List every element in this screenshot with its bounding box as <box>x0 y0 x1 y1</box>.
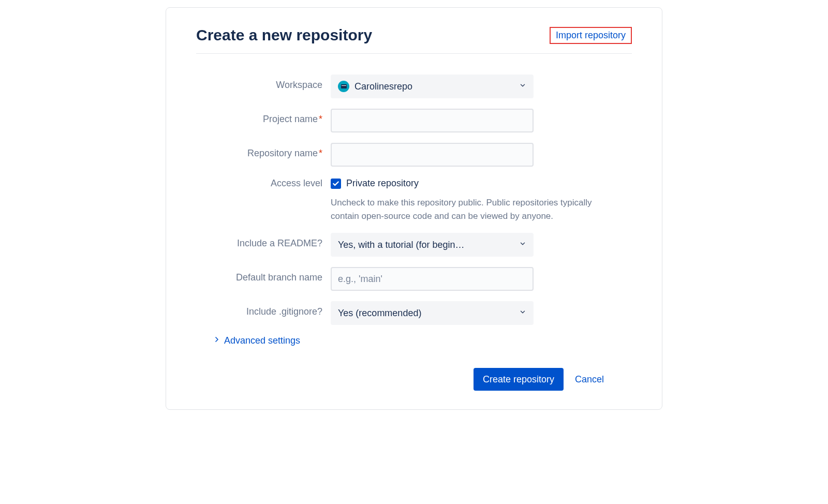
readme-select[interactable]: Yes, with a tutorial (for begin… <box>331 233 534 257</box>
create-repo-form: Workspace Carolinesrepo Pro <box>196 54 632 391</box>
create-repo-panel: Create a new repository Import repositor… <box>166 7 662 410</box>
required-asterisk: * <box>319 148 322 158</box>
repo-name-row: Repository name* <box>196 143 632 167</box>
workspace-label: Workspace <box>196 75 331 91</box>
cancel-button[interactable]: Cancel <box>570 368 609 391</box>
private-repo-checkbox[interactable] <box>331 179 341 189</box>
repo-name-label: Repository name* <box>196 143 331 159</box>
advanced-settings-label: Advanced settings <box>224 335 300 346</box>
gitignore-value: Yes (recommended) <box>338 308 421 319</box>
chevron-down-icon <box>519 308 526 318</box>
workspace-select[interactable]: Carolinesrepo <box>331 75 534 98</box>
chevron-right-icon <box>213 335 221 346</box>
default-branch-row: Default branch name <box>196 267 632 291</box>
workspace-row: Workspace Carolinesrepo <box>196 75 632 98</box>
private-repo-checkbox-row: Private repository <box>331 178 600 189</box>
chevron-down-icon <box>519 240 526 249</box>
project-name-label: Project name* <box>196 109 331 125</box>
create-repository-button[interactable]: Create repository <box>474 368 564 391</box>
readme-label: Include a README? <box>196 233 331 249</box>
access-level-row: Access level Private repository Uncheck … <box>196 177 632 223</box>
repository-name-input[interactable] <box>331 143 534 167</box>
import-repository-link[interactable]: Import repository <box>556 30 626 40</box>
gitignore-label: Include .gitignore? <box>196 301 331 317</box>
chevron-down-icon <box>519 82 526 91</box>
default-branch-input[interactable] <box>331 267 534 291</box>
page-title: Create a new repository <box>196 26 372 44</box>
readme-row: Include a README? Yes, with a tutorial (… <box>196 233 632 257</box>
readme-value: Yes, with a tutorial (for begin… <box>338 240 464 250</box>
form-footer: Create repository Cancel <box>196 368 632 391</box>
private-repo-label: Private repository <box>346 178 419 189</box>
default-branch-label: Default branch name <box>196 267 331 283</box>
workspace-value: Carolinesrepo <box>354 81 412 92</box>
panel-header: Create a new repository Import repositor… <box>196 26 632 54</box>
gitignore-select[interactable]: Yes (recommended) <box>331 301 534 325</box>
project-name-row: Project name* <box>196 109 632 132</box>
import-link-highlight: Import repository <box>550 27 632 44</box>
required-asterisk: * <box>319 114 322 124</box>
access-level-label: Access level <box>196 177 331 189</box>
workspace-avatar-icon <box>338 81 349 92</box>
advanced-settings-toggle[interactable]: Advanced settings <box>213 335 632 346</box>
access-help-text: Uncheck to make this repository public. … <box>331 196 595 223</box>
gitignore-row: Include .gitignore? Yes (recommended) <box>196 301 632 325</box>
project-name-input[interactable] <box>331 109 534 132</box>
